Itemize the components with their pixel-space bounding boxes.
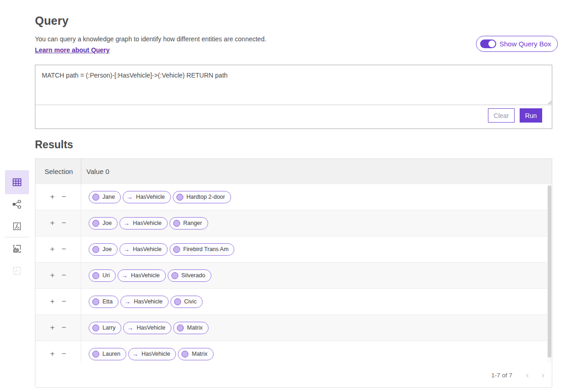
- page-title: Query: [35, 14, 68, 28]
- add-selection-button[interactable]: +: [49, 192, 56, 202]
- selection-cell: +−: [35, 315, 81, 341]
- chip-label: Uri: [102, 272, 110, 279]
- arrow-right-icon: →: [126, 194, 133, 200]
- value-cell: Joe→HasVehicleRanger: [81, 210, 552, 236]
- chip-label: Jane: [102, 194, 115, 200]
- entity-node-icon: [177, 325, 184, 331]
- show-query-box-toggle[interactable]: Show Query Box: [476, 36, 558, 52]
- entity-chip[interactable]: Matrix: [173, 322, 209, 334]
- selection-cell: +−: [35, 184, 81, 210]
- table-row: +−Joe→HasVehicleRanger: [35, 210, 552, 236]
- chip-label: Ranger: [183, 220, 202, 226]
- table-scrollbar[interactable]: [547, 185, 552, 363]
- entity-node-icon: [171, 272, 178, 279]
- entity-node-icon: [181, 351, 188, 358]
- arrow-right-icon: →: [121, 272, 128, 279]
- entity-chip[interactable]: Jane: [89, 191, 121, 203]
- map-view-button[interactable]: [5, 243, 29, 254]
- toggle-switch-icon: [480, 39, 496, 48]
- selection-cell: +−: [35, 289, 81, 314]
- entity-chip[interactable]: Larry: [89, 322, 121, 334]
- query-input[interactable]: MATCH path = (:Person)-[:HasVehicle]->(:…: [35, 65, 552, 105]
- table-icon: [11, 177, 23, 188]
- arrow-right-icon: →: [123, 220, 130, 226]
- remove-selection-button[interactable]: −: [61, 323, 67, 332]
- entity-node-icon: [92, 194, 99, 201]
- entity-chip[interactable]: Joe: [89, 243, 118, 256]
- entity-node-icon: [174, 298, 181, 305]
- chip-label: HasVehicle: [133, 220, 162, 226]
- toggle-label: Show Query Box: [499, 40, 551, 48]
- value-cell: Lauren→HasVehicleMatrix: [81, 341, 552, 363]
- entity-chip[interactable]: Firebird Trans Am: [170, 243, 235, 256]
- entity-chip[interactable]: Matrix: [178, 348, 213, 360]
- relationship-chip[interactable]: →HasVehicle: [123, 191, 171, 203]
- entity-node-icon: [92, 220, 99, 227]
- selection-cell: +−: [35, 341, 81, 363]
- relationship-chip[interactable]: →HasVehicle: [120, 296, 169, 308]
- arrow-right-icon: →: [123, 246, 130, 252]
- add-selection-button[interactable]: +: [49, 349, 56, 358]
- link-chart-icon: [11, 199, 23, 210]
- relationship-chip[interactable]: →HasVehicle: [128, 348, 176, 360]
- chip-label: Larry: [102, 325, 115, 331]
- value-cell: Larry→HasVehicleMatrix: [81, 315, 552, 341]
- add-selection-button[interactable]: +: [49, 271, 56, 280]
- chip-label: Matrix: [192, 351, 207, 357]
- add-selection-button[interactable]: +: [49, 297, 56, 306]
- entity-chip[interactable]: Silverado: [168, 269, 211, 282]
- link-chart-view-button[interactable]: [5, 199, 29, 210]
- entity-node-icon: [176, 194, 183, 201]
- table-view-button[interactable]: [5, 170, 29, 194]
- entity-chip[interactable]: Ranger: [170, 217, 208, 230]
- new-view-icon: [11, 265, 23, 276]
- add-selection-button[interactable]: +: [49, 245, 56, 254]
- entity-chip[interactable]: Civic: [170, 296, 203, 308]
- chip-label: Lauren: [102, 351, 120, 357]
- clear-button[interactable]: Clear: [488, 108, 515, 123]
- value-cell: Uri→HasVehicleSilverado: [81, 263, 552, 288]
- value-cell: Joe→HasVehicleFirebird Trans Am: [81, 236, 552, 262]
- entity-chip[interactable]: Joe: [89, 217, 118, 230]
- chart-view-button[interactable]: [5, 221, 29, 232]
- results-table: Selection Value 0 +−Jane→HasVehicleHardt…: [35, 158, 552, 388]
- relationship-chip[interactable]: →HasVehicle: [119, 243, 168, 256]
- relationship-chip[interactable]: →HasVehicle: [118, 269, 166, 282]
- table-body: +−Jane→HasVehicleHardtop 2-door+−Joe→Has…: [35, 184, 552, 363]
- remove-selection-button[interactable]: −: [61, 218, 67, 228]
- query-panel: MATCH path = (:Person)-[:HasVehicle]->(:…: [35, 65, 552, 129]
- run-button[interactable]: Run: [520, 108, 542, 123]
- scrollbar-thumb[interactable]: [548, 185, 551, 358]
- page-description: You can query a knowledge graph to ident…: [35, 35, 266, 43]
- remove-selection-button[interactable]: −: [61, 192, 67, 202]
- table-row: +−Uri→HasVehicleSilverado: [35, 263, 552, 289]
- chip-label: Joe: [102, 220, 112, 226]
- selection-cell: +−: [35, 210, 81, 236]
- entity-chip[interactable]: Lauren: [89, 348, 126, 360]
- column-header-selection: Selection: [35, 159, 81, 184]
- entity-chip[interactable]: Etta: [89, 296, 119, 308]
- entity-chip[interactable]: Uri: [89, 269, 116, 282]
- chip-label: HasVehicle: [136, 194, 165, 200]
- relationship-chip[interactable]: →HasVehicle: [123, 322, 171, 334]
- query-actions: Clear Run: [488, 108, 542, 123]
- results-title: Results: [35, 139, 73, 151]
- remove-selection-button[interactable]: −: [61, 297, 67, 306]
- remove-selection-button[interactable]: −: [61, 271, 67, 280]
- prev-page-button[interactable]: ‹: [522, 370, 533, 381]
- add-selection-button[interactable]: +: [49, 323, 56, 332]
- value-cell: Jane→HasVehicleHardtop 2-door: [81, 184, 552, 210]
- entity-node-icon: [173, 220, 180, 227]
- arrow-right-icon: →: [127, 325, 133, 331]
- next-page-button[interactable]: ›: [538, 370, 548, 381]
- table-row: +−Lauren→HasVehicleMatrix: [35, 341, 552, 363]
- arrow-right-icon: →: [124, 298, 130, 305]
- add-selection-button[interactable]: +: [49, 218, 56, 228]
- sidebar-divider: [5, 237, 29, 237]
- entity-chip[interactable]: Hardtop 2-door: [173, 191, 231, 203]
- remove-selection-button[interactable]: −: [61, 245, 67, 254]
- remove-selection-button[interactable]: −: [61, 349, 67, 358]
- learn-more-link[interactable]: Learn more about Query: [35, 46, 110, 54]
- table-row: +−Jane→HasVehicleHardtop 2-door: [35, 184, 552, 210]
- relationship-chip[interactable]: →HasVehicle: [119, 217, 168, 230]
